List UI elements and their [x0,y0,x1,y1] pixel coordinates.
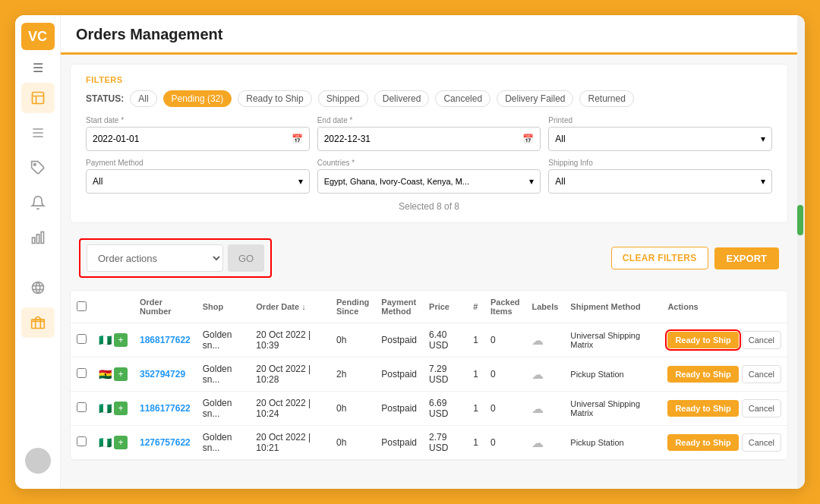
shipping-info-group: Shipping Info All ▾ [548,159,772,194]
select-all-checkbox[interactable] [77,301,87,311]
calendar-icon: 📅 [292,134,303,144]
col-order-number: OrderNumber [134,291,197,323]
col-shipment-method: Shipment Method [564,291,661,323]
col-pending-since: PendingSince [330,291,375,323]
shipment-method-cell: Pickup Station [564,426,661,460]
col-shop: Shop [197,291,251,323]
main-content: Orders Management FILTERS STATUS: All Pe… [61,15,797,489]
payment-method-label: Payment Method [86,159,310,167]
table-row: 🇳🇬 + 1186177622 Golden sn... 20 Oct 2022… [71,392,787,426]
clear-filters-button[interactable]: CLEAR FILTERS [611,247,708,269]
hash-cell: 1 [467,323,484,358]
payment-method-cell: Postpaid [375,323,423,358]
row-checkbox[interactable] [77,334,87,344]
printed-select[interactable]: All ▾ [548,127,772,151]
status-btn-returned[interactable]: Returned [579,90,633,107]
labels-cell: ☁ [525,358,564,392]
scrollbar-track[interactable] [797,15,805,489]
pending-since-cell: 0h [330,323,375,358]
payment-method-cell: Postpaid [375,426,423,460]
col-hash: # [467,291,484,323]
sidebar-item-announcements[interactable] [21,187,55,218]
shipping-info-select[interactable]: All ▾ [548,169,772,194]
payment-method-cell: Postpaid [375,358,423,392]
selected-info: Selected 8 of 8 [86,201,772,212]
price-cell: 2.79 USD [423,426,467,460]
status-btn-canceled[interactable]: Canceled [435,90,490,107]
labels-cell: ☁ [525,426,564,460]
cancel-button[interactable]: Cancel [742,331,781,349]
sidebar-item-globe[interactable] [21,272,55,303]
col-controls [93,291,134,323]
actions-cell: Ready to Ship Cancel [661,358,787,392]
shop-cell: Golden sn... [197,392,251,426]
labels-cell: ☁ [525,323,564,358]
ready-to-ship-button[interactable]: Ready to Ship [667,366,738,383]
go-button[interactable]: GO [228,244,264,272]
sidebar-item-tags[interactable] [21,153,55,183]
row-checkbox-cell [71,392,93,426]
order-actions-box: Order actions GO [79,238,272,278]
avatar [25,448,51,474]
ready-to-ship-button[interactable]: Ready to Ship [667,332,738,348]
sidebar-item-warehouse[interactable] [21,307,55,338]
more-filters-row: Payment Method All ▾ Countries * Egypt, … [86,159,772,194]
scrollbar-thumb[interactable] [797,205,803,235]
cancel-button[interactable]: Cancel [742,365,781,383]
status-btn-shipped[interactable]: Shipped [318,90,368,107]
chevron-down-icon-4: ▾ [761,176,765,187]
add-row-button[interactable]: + [114,402,128,415]
export-button[interactable]: EXPORT [714,247,779,269]
order-actions-select[interactable]: Order actions [87,244,223,272]
shipment-method-cell: Universal Shipping Matrix [564,323,661,358]
status-btn-delivery-failed[interactable]: Delivery Failed [497,90,573,107]
sidebar-item-chart[interactable] [21,222,55,253]
page-title: Orders Management [76,26,782,43]
row-checkbox[interactable] [77,402,87,412]
orders-table-container: OrderNumber Shop Order Date ↓ PendingSin… [70,290,788,461]
countries-select[interactable]: Egypt, Ghana, Ivory-Coast, Kenya, M... ▾ [317,169,541,194]
cancel-button[interactable]: Cancel [742,433,781,452]
svg-point-10 [32,282,43,294]
end-date-input[interactable]: 2022-12-31 📅 [317,127,541,151]
flag-icon: 🇳🇬 [99,436,112,449]
start-date-label: Start date * [86,116,310,124]
add-row-button[interactable]: + [114,436,128,449]
pending-since-cell: 0h [330,392,375,426]
payment-method-group: Payment Method All ▾ [86,159,310,194]
countries-group: Countries * Egypt, Ghana, Ivory-Coast, K… [317,159,541,194]
start-date-input[interactable]: 2022-01-01 📅 [86,127,310,151]
status-btn-pending[interactable]: Pending (32) [163,90,232,107]
row-controls-cell: 🇳🇬 + [93,392,134,426]
col-packed-items: PackedItems [484,291,526,323]
status-btn-all[interactable]: All [130,90,156,107]
price-cell: 7.29 USD [423,358,467,392]
filter-panel: FILTERS STATUS: All Pending (32) Ready t… [70,64,788,223]
flag-icon: 🇳🇬 [99,402,112,414]
end-date-group: End date * 2022-12-31 📅 [317,116,541,151]
svg-rect-7 [32,238,34,244]
ready-to-ship-button[interactable]: Ready to Ship [667,434,738,451]
sidebar-item-list[interactable] [21,118,55,148]
end-date-label: End date * [317,116,541,124]
add-row-button[interactable]: + [114,367,128,381]
status-btn-ready[interactable]: Ready to Ship [238,90,311,107]
ready-to-ship-button[interactable]: Ready to Ship [667,400,738,417]
add-row-button[interactable]: + [114,333,128,347]
packed-items-cell: 0 [484,426,526,460]
cloud-upload-icon: ☁ [531,368,544,381]
payment-method-select[interactable]: All ▾ [86,169,310,194]
row-checkbox[interactable] [77,368,87,378]
row-checkbox[interactable] [77,436,87,446]
cloud-upload-icon: ☁ [531,436,544,449]
table-header-row: OrderNumber Shop Order Date ↓ PendingSin… [71,291,787,323]
sidebar-item-orders[interactable] [21,83,55,113]
table-row: 🇳🇬 + 1868177622 Golden sn... 20 Oct 2022… [71,323,787,358]
hamburger-menu-icon[interactable]: ☰ [30,58,46,78]
date-filters-row: Start date * 2022-01-01 📅 End date * 202… [86,116,772,151]
status-btn-delivered[interactable]: Delivered [374,90,430,107]
cancel-button[interactable]: Cancel [742,399,781,417]
row-controls-cell: 🇬🇭 + [93,358,134,392]
countries-label: Countries * [317,159,541,167]
svg-point-6 [33,164,36,166]
